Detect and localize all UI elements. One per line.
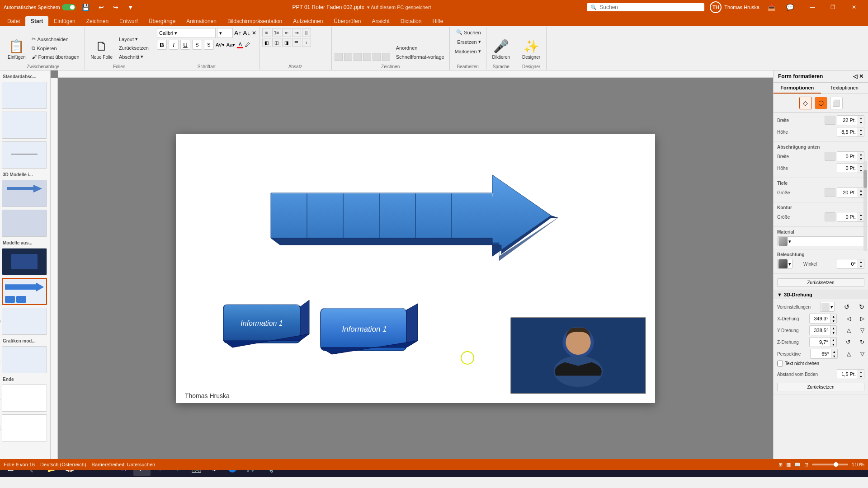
x-right-button[interactable]: ▷ (860, 315, 864, 322)
drehung-section-header[interactable]: ▼ 3D-Drehung (774, 290, 868, 299)
ab-breite-input-group[interactable]: ▲ ▼ (837, 151, 864, 161)
perspektive-input-group[interactable]: ▲ ▼ (810, 349, 838, 359)
underline-button[interactable]: U (180, 40, 190, 50)
user-avatar[interactable]: TH (710, 1, 722, 13)
slide-thumb-4[interactable] (2, 180, 47, 207)
abstand-down[interactable]: ▼ (858, 374, 864, 379)
slide-thumb-9[interactable] (2, 278, 47, 305)
info-box-1[interactable]: Information 1 (217, 298, 316, 358)
tab-ansicht[interactable]: Ansicht (366, 16, 395, 26)
view-normal-button[interactable]: ⊞ (778, 462, 783, 468)
strikethrough-button[interactable]: S (192, 40, 202, 50)
abstand-up[interactable]: ▲ (858, 370, 864, 374)
view-slide-button[interactable]: ▦ (786, 462, 791, 468)
breite-down[interactable]: ▼ (858, 120, 864, 125)
breite-input[interactable] (837, 116, 858, 125)
restore-button[interactable]: ❐ (823, 0, 844, 14)
breite-up[interactable]: ▲ (858, 116, 864, 120)
suchen-button[interactable]: 🔍 Suchen (454, 28, 483, 37)
x-drehung-input-group[interactable]: ▲ ▼ (809, 314, 837, 324)
slide-thumb-8[interactable] (2, 248, 47, 275)
view-reading-button[interactable]: 📖 (794, 462, 801, 468)
slide-thumb-10[interactable] (2, 308, 47, 335)
italic-button[interactable]: I (169, 40, 179, 50)
slide-arrow[interactable] (257, 166, 574, 267)
slide-thumb-5[interactable] (2, 210, 47, 237)
tiefe-input-group[interactable]: ▲ ▼ (837, 188, 864, 197)
hoehe-input[interactable] (837, 127, 858, 136)
hoehe-up[interactable]: ▲ (858, 127, 864, 132)
tab-start[interactable]: Start (25, 16, 48, 26)
tiefe-color[interactable] (825, 188, 835, 197)
ab-breite-color[interactable] (825, 152, 835, 161)
y-up-button[interactable]: △ (847, 327, 851, 333)
shape-triangle[interactable] (363, 53, 371, 61)
kontur-color[interactable] (825, 212, 835, 221)
columns-button[interactable]: || (302, 28, 311, 37)
tab-entwurf[interactable]: Entwurf (114, 16, 143, 26)
kontur-input[interactable] (837, 212, 858, 221)
tab-ueberpruefen[interactable]: Überprüfen (328, 16, 366, 26)
tab-dictation[interactable]: Dictation (395, 16, 427, 26)
icon-tab-line[interactable]: ⬡ (815, 97, 827, 109)
schnellformat-button[interactable]: Schnellformat-vorlage (394, 53, 447, 61)
tiefe-up[interactable]: ▲ (858, 188, 864, 192)
shape-arrow[interactable] (373, 53, 381, 61)
shape-rect[interactable] (335, 53, 343, 61)
panel-close-button[interactable]: ✕ (859, 73, 863, 80)
list-number-button[interactable]: 1≡ (272, 28, 281, 37)
share-button[interactable]: 📤 (765, 3, 778, 12)
x-drehung-input[interactable] (810, 314, 830, 323)
more-button[interactable]: ▼ (125, 3, 137, 12)
barriere-label[interactable]: Barrierefreiheit: Untersuchen (92, 462, 156, 467)
neue-folie-button[interactable]: 🗋 Neue Folie (88, 28, 116, 61)
slide-panel[interactable]: Standardabsc... 1 2 3 3D Modelle i... 4 (0, 70, 51, 459)
zuruecksetzen1-button[interactable]: Zurücksetzen (777, 278, 864, 287)
ab-hoehe-input[interactable] (837, 164, 858, 173)
ausschneiden-button[interactable]: ✂ Ausschneiden (29, 35, 81, 43)
ersetzen-button[interactable]: Ersetzen▾ (455, 38, 483, 46)
layout-button[interactable]: Layout▾ (117, 35, 151, 43)
redo-button[interactable]: ↪ (110, 3, 121, 12)
perspektive-input[interactable] (811, 349, 831, 358)
voreinstellungen-button[interactable]: ▾ (820, 302, 835, 312)
format-uebertragen-button[interactable]: 🖌 Format übertragen (29, 53, 81, 61)
tab-aufzeichnen[interactable]: Aufzeichnen (288, 16, 328, 26)
canvas-area[interactable]: Information 1 (51, 70, 773, 459)
tab-zeichnen[interactable]: Zeichnen (81, 16, 114, 26)
ab-breite-up[interactable]: ▲ (858, 152, 864, 156)
autosave-switch[interactable] (62, 4, 75, 10)
font-size-input[interactable]: ▾ (217, 28, 233, 38)
x-drehung-up[interactable]: ▲ (830, 314, 836, 319)
einfuegen-button[interactable]: 📋 Einfügen (5, 28, 28, 61)
z-drehung-input-group[interactable]: ▲ ▼ (809, 337, 837, 347)
z-right-button[interactable]: ↻ (860, 339, 864, 345)
list-bullet-button[interactable]: ≡ (262, 28, 271, 37)
tiefe-down[interactable]: ▼ (858, 192, 864, 197)
search-input[interactable] (599, 4, 701, 10)
y-drehung-up[interactable]: ▲ (830, 326, 836, 330)
tab-textoptionen[interactable]: Textoptionen (821, 83, 868, 94)
scrollbar-track[interactable] (863, 161, 867, 251)
line-spacing-button[interactable]: ↕ (302, 38, 311, 47)
y-drehung-input-group[interactable]: ▲ ▼ (809, 325, 837, 335)
zoom-value[interactable]: 110% (852, 462, 864, 467)
z-left-button[interactable]: ↺ (846, 339, 850, 345)
slide-thumb-3[interactable] (2, 141, 47, 169)
highlight-button[interactable]: 🖊 (245, 42, 250, 47)
minimize-button[interactable]: — (802, 0, 823, 14)
info-box-2[interactable]: Information 1 (316, 300, 425, 365)
anordnen-button[interactable]: Anordnen (394, 44, 447, 52)
clear-format-button[interactable]: ✕ (252, 30, 256, 36)
indent-more-button[interactable]: ⇥ (292, 28, 301, 37)
tiefe-input[interactable] (837, 188, 858, 197)
kopieren-button[interactable]: ⧉ Kopieren (29, 44, 81, 52)
slide-thumb-end[interactable] (2, 385, 47, 412)
winkel-up[interactable]: ▲ (858, 259, 864, 264)
align-right-button[interactable]: ◨ (282, 38, 291, 47)
x-left-button[interactable]: ◁ (847, 315, 851, 322)
slide-thumb-1[interactable] (2, 82, 47, 109)
persp-up-button[interactable]: △ (847, 351, 851, 357)
z-drehung-up[interactable]: ▲ (830, 338, 836, 342)
undo-button[interactable]: ↩ (96, 3, 107, 12)
